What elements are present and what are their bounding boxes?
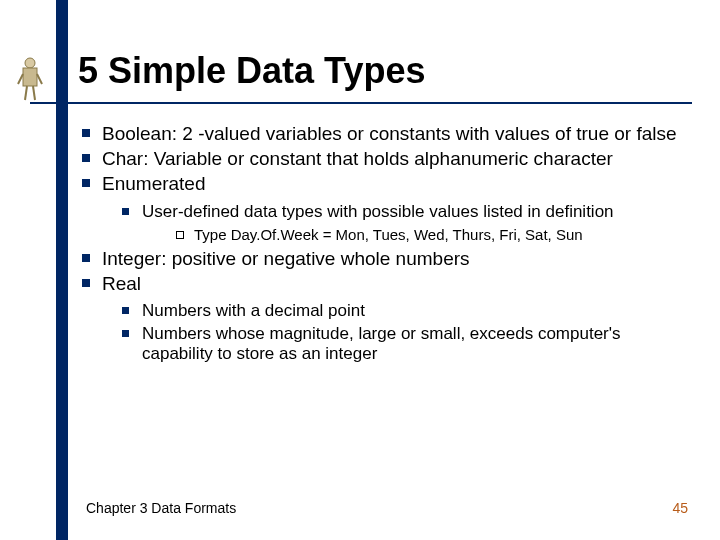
- list-item: Char: Variable or constant that holds al…: [78, 147, 688, 170]
- sub-bullet-list: Numbers with a decimal point Numbers who…: [102, 301, 688, 365]
- list-item: Numbers whose magnitude, large or small,…: [118, 324, 688, 365]
- svg-line-5: [33, 86, 35, 100]
- list-item: Type Day.Of.Week = Mon, Tues, Wed, Thurs…: [172, 226, 688, 244]
- svg-line-2: [18, 74, 23, 84]
- list-item: User-defined data types with possible va…: [118, 202, 688, 245]
- title-underline: [30, 102, 692, 104]
- list-item: Real Numbers with a decimal point Number…: [78, 272, 688, 365]
- svg-line-4: [25, 86, 27, 100]
- svg-rect-1: [23, 68, 37, 86]
- list-item-text: Real: [102, 273, 141, 294]
- list-item-text: Enumerated: [102, 173, 206, 194]
- list-item: Boolean: 2 -valued variables or constant…: [78, 122, 688, 145]
- slide-logo-icon: [16, 56, 44, 102]
- sub-bullet-list: User-defined data types with possible va…: [102, 202, 688, 245]
- list-item: Enumerated User-defined data types with …: [78, 172, 688, 244]
- svg-line-3: [37, 74, 42, 84]
- bullet-list: Boolean: 2 -valued variables or constant…: [78, 122, 688, 365]
- list-item: Numbers with a decimal point: [118, 301, 688, 322]
- list-item: Integer: positive or negative whole numb…: [78, 247, 688, 270]
- side-stripe: [56, 0, 68, 540]
- slide-body: Boolean: 2 -valued variables or constant…: [78, 122, 688, 367]
- sub-sub-bullet-list: Type Day.Of.Week = Mon, Tues, Wed, Thurs…: [142, 226, 688, 244]
- footer-chapter: Chapter 3 Data Formats: [86, 500, 236, 516]
- list-item-text: User-defined data types with possible va…: [142, 202, 614, 221]
- footer-page-number: 45: [672, 500, 688, 516]
- svg-rect-0: [25, 58, 35, 68]
- slide-title: 5 Simple Data Types: [78, 50, 425, 92]
